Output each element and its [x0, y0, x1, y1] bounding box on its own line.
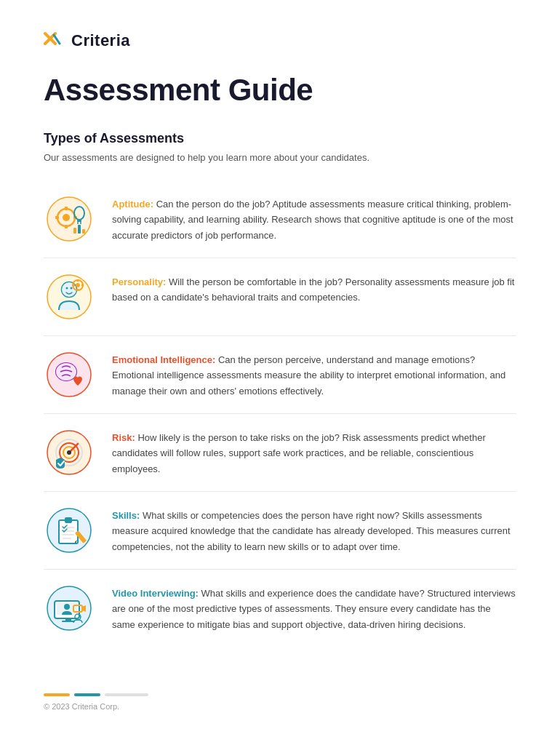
aptitude-content: Aptitude: Can the person do the job? Apt…: [112, 194, 516, 243]
svg-rect-6: [65, 207, 68, 210]
svg-point-23: [76, 283, 80, 287]
svg-point-5: [63, 214, 70, 221]
emotional-label: Emotional Intelligence:: [112, 354, 215, 365]
footer-line-orange: [44, 693, 70, 696]
risk-content: Risk: How likely is the person to take r…: [112, 427, 516, 477]
personality-text: Personality: Will the person be comforta…: [112, 274, 516, 306]
skills-text: Skills: What skills or competencies does…: [112, 508, 516, 554]
svg-point-49: [64, 604, 70, 610]
emotional-icon: [44, 349, 95, 400]
personality-label: Personality:: [112, 276, 166, 287]
emotional-text: Emotional Intelligence: Can the person p…: [112, 352, 516, 399]
svg-rect-27: [81, 284, 84, 286]
svg-rect-16: [82, 229, 85, 234]
skills-content: Skills: What skills or competencies does…: [112, 505, 516, 554]
section-subtitle: Our assessments are designed to help you…: [44, 152, 516, 163]
svg-rect-51: [62, 621, 75, 622]
risk-text: Risk: How likely is the person to take r…: [112, 430, 516, 477]
footer-decoration: [44, 693, 516, 696]
video-text: Video Interviewing: What skills and expe…: [112, 586, 516, 632]
skills-icon: [44, 505, 95, 556]
svg-rect-24: [76, 279, 79, 282]
svg-rect-38: [59, 520, 78, 543]
svg-rect-7: [65, 225, 68, 228]
svg-point-21: [70, 287, 72, 289]
personality-icon: [44, 271, 95, 322]
svg-rect-25: [76, 289, 79, 291]
svg-rect-26: [73, 284, 75, 286]
assessment-item-skills: Skills: What skills or competencies does…: [44, 492, 516, 570]
aptitude-icon: [44, 194, 95, 244]
assessment-list: Aptitude: Can the person do the job? Apt…: [44, 180, 516, 647]
assessment-item-emotional: Emotional Intelligence: Can the person p…: [44, 336, 516, 414]
svg-point-20: [65, 287, 68, 289]
svg-rect-11: [77, 220, 81, 222]
assessment-item-personality: Personality: Will the person be comforta…: [44, 258, 516, 336]
skills-label: Skills:: [112, 510, 140, 521]
svg-rect-50: [65, 618, 71, 621]
logo-text: Criteria: [71, 31, 130, 50]
svg-rect-14: [73, 228, 76, 234]
assessment-item-aptitude: Aptitude: Can the person do the job? Apt…: [44, 180, 516, 258]
page-container: Criteria Assessment Guide Types of Asses…: [0, 0, 560, 745]
assessment-item-video: Video Interviewing: What skills and expe…: [44, 570, 516, 647]
svg-rect-8: [55, 216, 59, 219]
criteria-logo-icon: [44, 29, 67, 52]
svg-rect-15: [78, 225, 81, 234]
aptitude-label: Aptitude:: [112, 199, 153, 210]
video-label: Video Interviewing:: [112, 588, 199, 599]
assessment-item-risk: Risk: How likely is the person to take r…: [44, 414, 516, 492]
footer-copyright: © 2023 Criteria Corp.: [44, 702, 516, 711]
logo: Criteria: [44, 29, 516, 52]
emotional-content: Emotional Intelligence: Can the person p…: [112, 349, 516, 399]
footer-line-blue: [74, 693, 100, 696]
section-heading: Types of Assessments: [44, 131, 516, 146]
svg-rect-39: [65, 517, 72, 523]
risk-icon: [44, 427, 95, 478]
footer: © 2023 Criteria Corp.: [44, 682, 516, 711]
svg-point-36: [67, 450, 71, 455]
video-icon: [44, 583, 95, 634]
risk-label: Risk:: [112, 432, 135, 443]
aptitude-text: Aptitude: Can the person do the job? Apt…: [112, 196, 516, 243]
page-title: Assessment Guide: [44, 73, 516, 108]
personality-content: Personality: Will the person be comforta…: [112, 271, 516, 306]
footer-line-gray: [105, 693, 148, 696]
video-content: Video Interviewing: What skills and expe…: [112, 583, 516, 632]
